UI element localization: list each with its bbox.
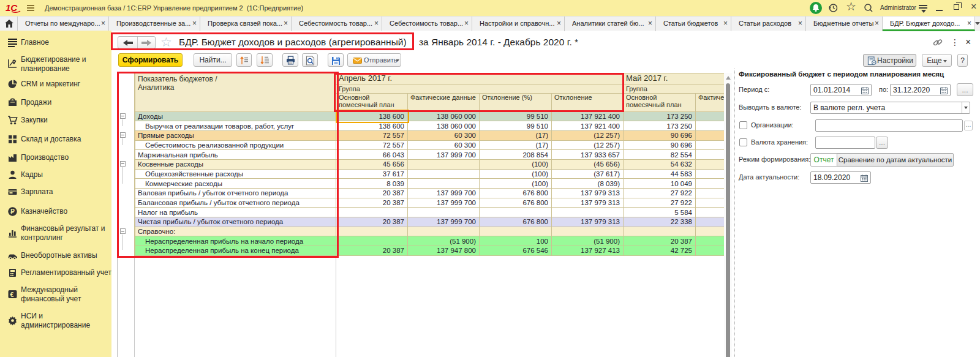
svg-text:Р: Р (10, 208, 15, 215)
svg-text:€: € (10, 291, 14, 298)
